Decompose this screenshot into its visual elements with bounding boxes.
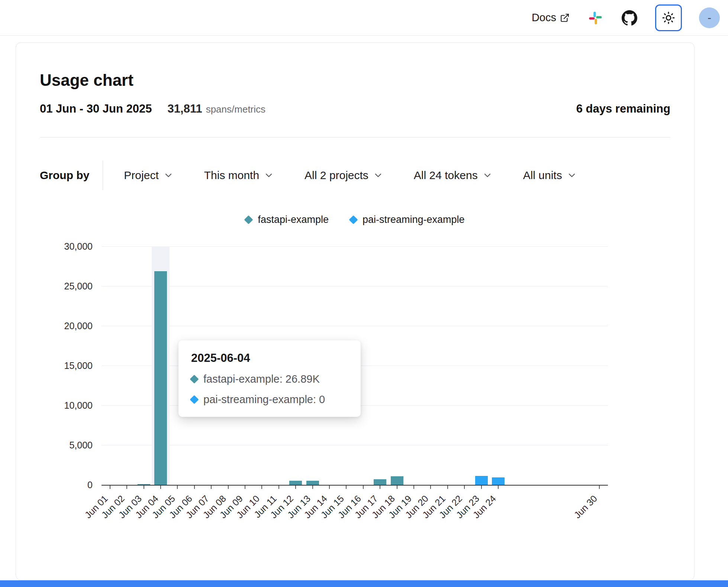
tooltip-row-text: pai-streaming-example: 0 bbox=[203, 393, 325, 406]
chevron-down-icon bbox=[567, 170, 577, 181]
usage-chart[interactable]: 2025-06-04 fastapi-example: 26.89K pai-s… bbox=[40, 236, 670, 530]
x-axis-tick bbox=[464, 486, 465, 489]
x-axis-tick bbox=[430, 486, 431, 489]
bar-fastapi-example-Jun-04[interactable] bbox=[154, 271, 167, 485]
projects-filter-dropdown[interactable]: All 2 projects bbox=[305, 169, 383, 182]
x-axis-tick bbox=[312, 486, 313, 489]
x-axis-tick bbox=[126, 486, 127, 489]
tooltip-diamond-icon bbox=[190, 395, 199, 404]
units-filter-dropdown[interactable]: All units bbox=[523, 169, 577, 182]
legend-diamond-icon bbox=[349, 215, 358, 224]
bar-fastapi-example-Jun-17[interactable] bbox=[374, 479, 386, 485]
dropdown-label: Project bbox=[124, 169, 158, 182]
external-link-icon bbox=[560, 13, 570, 23]
x-axis-tick bbox=[211, 486, 212, 489]
chart-legend: fastapi-example pai-streaming-example bbox=[40, 213, 670, 226]
y-gridline bbox=[102, 326, 608, 326]
y-gridline bbox=[102, 286, 608, 286]
section-divider bbox=[40, 137, 670, 137]
chart-tooltip: 2025-06-04 fastapi-example: 26.89K pai-s… bbox=[178, 340, 361, 417]
x-axis-tick bbox=[481, 486, 482, 489]
tooltip-row: fastapi-example: 26.89K bbox=[191, 373, 348, 385]
x-axis-tick bbox=[346, 486, 347, 489]
x-axis-tick bbox=[278, 486, 279, 489]
x-axis-tick bbox=[245, 486, 245, 489]
group-by-project-dropdown[interactable]: Project bbox=[124, 169, 173, 182]
x-axis-tick bbox=[194, 486, 195, 489]
dropdown-label: This month bbox=[204, 169, 259, 182]
bar-fastapi-example-Jun-12[interactable] bbox=[289, 481, 302, 485]
usage-count: 31,811 bbox=[168, 102, 202, 116]
legend-diamond-icon bbox=[244, 215, 253, 224]
legend-label: fastapi-example bbox=[258, 214, 329, 226]
bottom-blue-strip bbox=[0, 580, 728, 587]
y-axis-tick-label: 25,000 bbox=[41, 281, 93, 292]
bar-fastapi-example-Jun-13[interactable] bbox=[306, 481, 319, 485]
bar-fastapi-example-Jun-18[interactable] bbox=[391, 476, 403, 485]
y-axis-tick-label: 0 bbox=[41, 480, 93, 490]
usage-card: Usage chart 01 Jun - 30 Jun 2025 31,811 … bbox=[16, 42, 695, 580]
docs-link[interactable]: Docs bbox=[532, 12, 570, 24]
avatar[interactable]: - bbox=[699, 7, 720, 28]
x-axis-tick bbox=[228, 486, 229, 489]
dropdown-label: All 24 tokens bbox=[414, 169, 478, 182]
legend-item-pai-streaming-example[interactable]: pai-streaming-example bbox=[350, 214, 465, 226]
filter-row: Group by Project This month All 2 projec… bbox=[40, 160, 670, 190]
tooltip-title: 2025-06-04 bbox=[191, 351, 348, 365]
x-axis-tick bbox=[380, 486, 380, 489]
vertical-divider bbox=[103, 160, 103, 190]
tooltip-diamond-icon bbox=[190, 374, 199, 383]
x-axis-tick-label: Jun 30 bbox=[553, 493, 600, 540]
usage-meta-row: 01 Jun - 30 Jun 2025 31,811 spans/metric… bbox=[40, 102, 670, 116]
usage-unit: spans/metrics bbox=[206, 104, 265, 115]
slack-icon[interactable] bbox=[587, 9, 604, 26]
x-axis-tick bbox=[261, 486, 262, 489]
x-axis-tick bbox=[363, 486, 364, 489]
topbar: Docs - bbox=[0, 0, 728, 36]
docs-link-label: Docs bbox=[532, 12, 556, 24]
github-icon[interactable] bbox=[621, 9, 638, 26]
x-axis-tick bbox=[413, 486, 414, 489]
x-axis-tick bbox=[447, 486, 448, 489]
y-axis-tick-label: 15,000 bbox=[41, 360, 93, 371]
y-gridline bbox=[102, 445, 608, 445]
tooltip-row: pai-streaming-example: 0 bbox=[191, 393, 348, 406]
time-range-dropdown[interactable]: This month bbox=[204, 169, 274, 182]
y-gridline bbox=[102, 246, 608, 247]
x-axis-tick bbox=[177, 486, 178, 489]
chevron-down-icon bbox=[264, 170, 274, 181]
date-range: 01 Jun - 30 Jun 2025 bbox=[40, 102, 152, 116]
x-axis-tick bbox=[397, 486, 397, 489]
y-axis-tick-label: 30,000 bbox=[41, 241, 93, 252]
bar-pai-streaming-example-Jun-23[interactable] bbox=[475, 476, 488, 485]
legend-label: pai-streaming-example bbox=[363, 214, 465, 226]
group-by-label: Group by bbox=[40, 169, 89, 182]
x-axis-tick bbox=[329, 486, 330, 489]
chevron-down-icon bbox=[482, 170, 493, 181]
tokens-filter-dropdown[interactable]: All 24 tokens bbox=[414, 169, 493, 182]
sun-icon bbox=[662, 11, 675, 25]
x-axis-tick bbox=[144, 486, 144, 489]
page-title: Usage chart bbox=[40, 71, 670, 90]
x-axis-tick bbox=[599, 486, 600, 489]
x-axis-tick bbox=[160, 486, 161, 489]
chevron-down-icon bbox=[373, 170, 383, 181]
chevron-down-icon bbox=[163, 170, 174, 181]
theme-toggle-button[interactable] bbox=[655, 4, 682, 31]
days-remaining-label: 6 days remaining bbox=[576, 102, 670, 116]
x-axis-tick bbox=[498, 486, 499, 489]
avatar-label: - bbox=[708, 12, 711, 24]
tooltip-row-text: fastapi-example: 26.89K bbox=[203, 373, 320, 385]
y-axis-tick-label: 5,000 bbox=[41, 440, 93, 451]
x-axis-tick bbox=[110, 486, 110, 489]
legend-item-fastapi-example[interactable]: fastapi-example bbox=[245, 214, 329, 226]
dropdown-label: All 2 projects bbox=[305, 169, 368, 182]
bar-pai-streaming-example-Jun-24[interactable] bbox=[492, 477, 505, 485]
dropdown-label: All units bbox=[523, 169, 562, 182]
y-axis-tick-label: 20,000 bbox=[41, 321, 93, 331]
y-axis-tick-label: 10,000 bbox=[41, 400, 93, 411]
x-axis-tick bbox=[295, 486, 296, 489]
